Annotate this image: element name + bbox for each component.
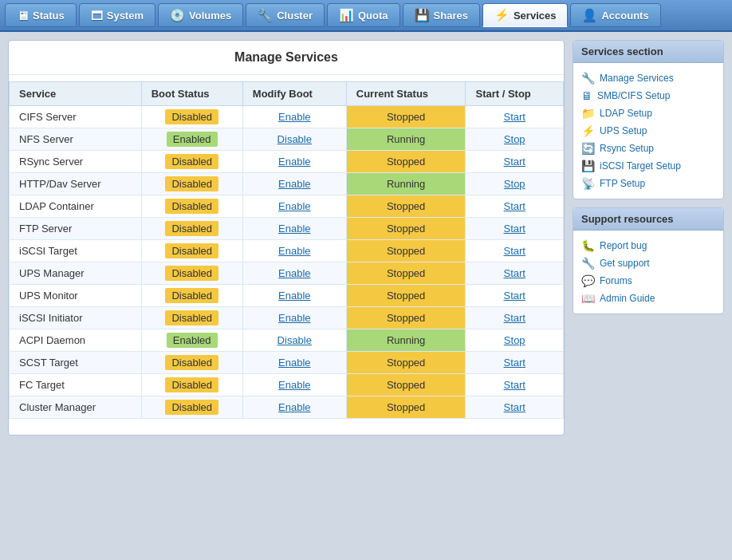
modify-boot: Enable	[242, 396, 346, 419]
nav-tab-cluster[interactable]: 🔧 Cluster	[246, 3, 325, 27]
start-stop: Start	[466, 218, 564, 240]
sidebar-services-link[interactable]: 🖥 SMB/CIFS Setup	[578, 87, 718, 105]
modify-boot-link[interactable]: Disable	[277, 133, 312, 145]
start-stop-link[interactable]: Start	[504, 267, 525, 279]
tab-label: Quota	[358, 10, 388, 22]
sidebar-link-icon: ⚡	[581, 124, 595, 137]
boot-status: Disabled	[141, 240, 242, 262]
modify-boot-link[interactable]: Enable	[278, 357, 310, 369]
table-row: iSCSI InitiatorDisabledEnableStoppedStar…	[10, 307, 564, 329]
start-stop: Stop	[466, 128, 564, 151]
modify-boot: Enable	[242, 240, 346, 262]
services-section-title: Services section	[573, 41, 723, 63]
support-box: Support resources 🐛 Report bug🔧 Get supp…	[573, 207, 724, 314]
start-stop-link[interactable]: Start	[504, 401, 525, 413]
tab-icon: 💾	[415, 8, 430, 22]
service-name: FTP Server	[10, 218, 142, 240]
sidebar-link-label: FTP Setup	[600, 178, 645, 189]
start-stop-link[interactable]: Start	[504, 111, 525, 123]
start-stop: Stop	[466, 329, 564, 352]
current-status: Stopped	[346, 106, 466, 128]
current-status: Stopped	[346, 240, 466, 262]
modify-boot-link[interactable]: Enable	[278, 200, 310, 212]
sidebar-link-label: Manage Services	[600, 73, 674, 84]
start-stop: Start	[466, 285, 564, 307]
sidebar-support-link[interactable]: 📖 Admin Guide	[578, 290, 718, 307]
table-row: LDAP ContainerDisabledEnableStoppedStart	[10, 195, 564, 218]
table-header: Current Status	[346, 82, 466, 106]
start-stop-link[interactable]: Start	[504, 245, 525, 257]
start-stop-link[interactable]: Start	[504, 200, 525, 212]
service-name: FC Target	[10, 374, 142, 396]
modify-boot: Enable	[242, 173, 346, 195]
start-stop: Start	[466, 352, 564, 374]
modify-boot-link[interactable]: Enable	[278, 379, 310, 391]
modify-boot-link[interactable]: Enable	[278, 111, 310, 123]
boot-status: Disabled	[141, 396, 242, 419]
nav-tab-services[interactable]: ⚡ Services	[482, 3, 569, 27]
boot-status: Enabled	[141, 128, 242, 151]
table-row: RSync ServerDisabledEnableStoppedStart	[10, 151, 564, 173]
start-stop-link[interactable]: Stop	[504, 133, 525, 145]
table-row: ACPI DaemonEnabledDisableRunningStop	[10, 329, 564, 352]
start-stop-link[interactable]: Start	[504, 357, 525, 369]
current-status: Stopped	[346, 396, 466, 419]
sidebar-link-label: SMB/CIFS Setup	[597, 90, 670, 101]
current-status: Running	[346, 128, 466, 151]
sidebar-services-link[interactable]: ⚡ UPS Setup	[578, 122, 718, 140]
sidebar-support-link[interactable]: 💬 Forums	[578, 272, 718, 290]
service-name: SCST Target	[10, 352, 142, 374]
boot-status-badge: Enabled	[167, 132, 218, 147]
sidebar-services-link[interactable]: 📁 LDAP Setup	[578, 105, 718, 122]
modify-boot-link[interactable]: Disable	[277, 334, 312, 346]
sidebar-support-label: Admin Guide	[600, 293, 655, 304]
sidebar-services-link[interactable]: 🔄 Rsync Setup	[578, 140, 718, 157]
start-stop-link[interactable]: Start	[504, 312, 525, 324]
service-name: iSCSI Initiator	[10, 307, 142, 329]
modify-boot-link[interactable]: Enable	[278, 178, 310, 190]
page-title: Manage Services	[9, 41, 564, 75]
modify-boot-link[interactable]: Enable	[278, 223, 310, 235]
sidebar-services-link[interactable]: 🔧 Manage Services	[578, 69, 718, 87]
start-stop-link[interactable]: Stop	[504, 178, 525, 190]
services-table: ServiceBoot StatusModify BootCurrent Sta…	[9, 81, 564, 419]
boot-status-badge: Disabled	[165, 400, 218, 415]
current-status: Running	[346, 173, 466, 195]
start-stop: Start	[466, 307, 564, 329]
start-stop-link[interactable]: Start	[504, 379, 525, 391]
start-stop-link[interactable]: Start	[504, 223, 525, 235]
boot-status-badge: Disabled	[165, 199, 218, 214]
sidebar-services-link[interactable]: 💾 iSCSI Target Setup	[578, 157, 718, 175]
modify-boot-link[interactable]: Enable	[278, 401, 310, 413]
table-header-row: ServiceBoot StatusModify BootCurrent Sta…	[10, 82, 564, 106]
nav-tab-accounts[interactable]: 👤 Accounts	[570, 3, 660, 27]
modify-boot: Enable	[242, 218, 346, 240]
table-row: FC TargetDisabledEnableStoppedStart	[10, 374, 564, 396]
modify-boot-link[interactable]: Enable	[278, 156, 310, 168]
tab-label: Accounts	[601, 10, 648, 22]
start-stop-link[interactable]: Stop	[504, 334, 525, 346]
start-stop-link[interactable]: Start	[504, 156, 525, 168]
current-status: Stopped	[346, 374, 466, 396]
modify-boot-link[interactable]: Enable	[278, 312, 310, 324]
nav-tab-shares[interactable]: 💾 Shares	[403, 3, 480, 27]
current-status: Stopped	[346, 218, 466, 240]
sidebar-services-link[interactable]: 📡 FTP Setup	[578, 175, 718, 192]
sidebar-support-link[interactable]: 🔧 Get support	[578, 254, 718, 272]
start-stop-link[interactable]: Start	[504, 290, 525, 302]
nav-tab-status[interactable]: 🖥 Status	[5, 3, 77, 27]
support-title: Support resources	[573, 208, 723, 231]
nav-tab-system[interactable]: 🗔 System	[79, 3, 155, 27]
table-row: HTTP/Dav ServerDisabledEnableRunningStop	[10, 173, 564, 195]
modify-boot-link[interactable]: Enable	[278, 290, 310, 302]
sidebar-support-link[interactable]: 🐛 Report bug	[578, 237, 718, 254]
nav-tab-quota[interactable]: 📊 Quota	[327, 3, 400, 27]
boot-status-badge: Disabled	[165, 221, 218, 236]
nav-tab-volumes[interactable]: 💿 Volumes	[158, 3, 243, 27]
modify-boot: Enable	[242, 352, 346, 374]
modify-boot-link[interactable]: Enable	[278, 245, 310, 257]
modify-boot-link[interactable]: Enable	[278, 267, 310, 279]
table-header: Modify Boot	[242, 82, 346, 106]
service-name: UPS Monitor	[10, 285, 142, 307]
boot-status: Disabled	[141, 285, 242, 307]
